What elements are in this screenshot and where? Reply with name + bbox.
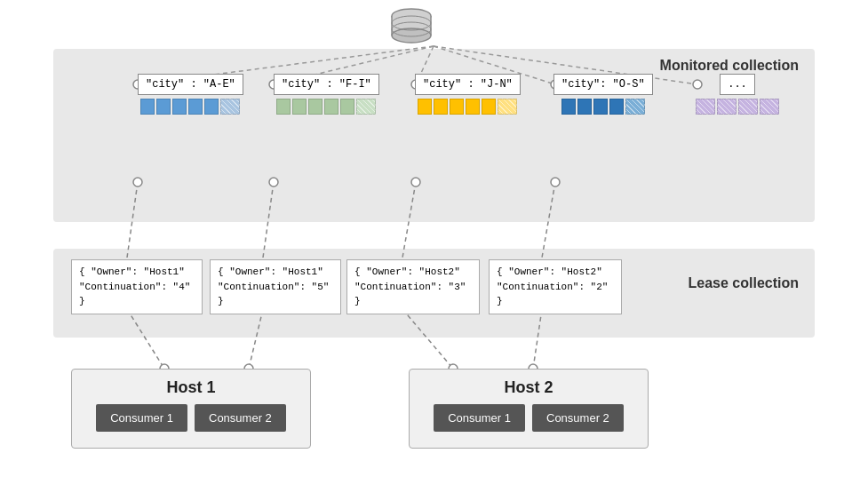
bar-hatch (760, 99, 779, 115)
partition-2-bars (276, 99, 376, 115)
lease-2-line1: { "Owner": "Host1" (218, 266, 323, 277)
lease-4-line1: { "Owner": "Host2" (497, 266, 602, 277)
bar (140, 99, 155, 115)
bar (292, 99, 307, 115)
bar-hatch (717, 99, 737, 115)
database-icon (388, 7, 434, 50)
lease-1-line1: { "Owner": "Host1" (79, 266, 185, 277)
lease-box-1: { "Owner": "Host1" "Continuation": "4" } (71, 259, 203, 314)
partition-5-bars (696, 99, 779, 115)
bar (577, 99, 592, 115)
bar (188, 99, 203, 115)
monitored-section: Monitored collection "city" : "A-E" "cit… (53, 49, 815, 222)
lease-1-line2: "Continuation": "4" } (79, 282, 190, 307)
bar (609, 99, 624, 115)
bar (204, 99, 219, 115)
partition-3-label: "city" : "J-N" (415, 74, 521, 95)
bar (418, 99, 432, 115)
host-2-consumers: Consumer 1 Consumer 2 (418, 404, 639, 432)
partition-4: "city": "O-S" (553, 74, 653, 115)
monitored-label: Monitored collection (660, 58, 799, 74)
diagram-container: Monitored collection "city" : "A-E" "cit… (0, 0, 868, 477)
partition-3-bars (418, 99, 517, 115)
bar (276, 99, 291, 115)
bar (340, 99, 354, 115)
lease-box-2: { "Owner": "Host1" "Continuation": "5" } (210, 259, 341, 314)
bar (434, 99, 448, 115)
bar (156, 99, 171, 115)
lease-label: Lease collection (689, 275, 800, 291)
bar (561, 99, 576, 115)
bar-hatch (220, 99, 240, 115)
partition-1-bars (140, 99, 240, 115)
host-1-consumer-2-button[interactable]: Consumer 2 (195, 404, 286, 432)
lease-3-line1: { "Owner": "Host2" (354, 266, 460, 277)
bar (172, 99, 187, 115)
lease-section: Lease collection { "Owner": "Host1" "Con… (53, 249, 815, 338)
host-2-section: Host 2 Consumer 1 Consumer 2 (409, 369, 649, 449)
partition-1: "city" : "A-E" (138, 74, 243, 115)
host-1-section: Host 1 Consumer 1 Consumer 2 (71, 369, 311, 449)
bar-hatch (625, 99, 645, 115)
partition-5-label: ... (720, 74, 755, 95)
partition-4-bars (561, 99, 645, 115)
bar (308, 99, 323, 115)
partition-3: "city" : "J-N" (415, 74, 521, 115)
lease-2-line2: "Continuation": "5" } (218, 282, 329, 307)
lease-3-line2: "Continuation": "3" } (354, 282, 466, 307)
bar-hatch (356, 99, 376, 115)
bar-hatch (498, 99, 517, 115)
host-2-consumer-2-button[interactable]: Consumer 2 (532, 404, 624, 432)
lease-box-3: { "Owner": "Host2" "Continuation": "3" } (346, 259, 480, 314)
host-1-consumer-1-button[interactable]: Consumer 1 (96, 404, 187, 432)
bar (482, 99, 496, 115)
partition-5: ... (696, 74, 779, 115)
partition-2-label: "city" : "F-I" (274, 74, 379, 95)
bar (466, 99, 480, 115)
host-2-consumer-1-button[interactable]: Consumer 1 (434, 404, 525, 432)
lease-box-4: { "Owner": "Host2" "Continuation": "2" } (489, 259, 622, 314)
partition-2: "city" : "F-I" (274, 74, 379, 115)
partition-1-label: "city" : "A-E" (138, 74, 243, 95)
host-1-title: Host 1 (81, 378, 301, 397)
bar-hatch (696, 99, 715, 115)
bar (450, 99, 464, 115)
partition-4-label: "city": "O-S" (553, 74, 653, 95)
host-2-title: Host 2 (418, 378, 639, 397)
bar-hatch (738, 99, 758, 115)
bar (324, 99, 338, 115)
lease-4-line2: "Continuation": "2" } (497, 282, 608, 307)
host-1-consumers: Consumer 1 Consumer 2 (81, 404, 301, 432)
bar (593, 99, 608, 115)
